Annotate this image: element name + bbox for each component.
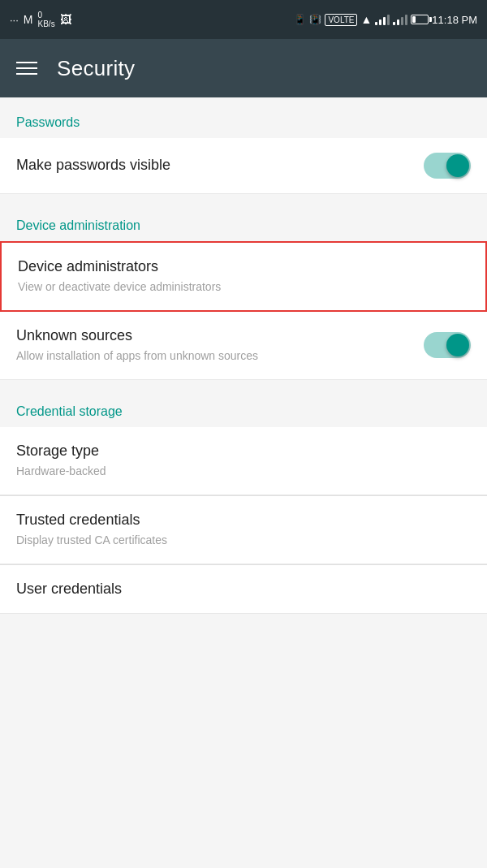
setting-title-user-credentials: User credentials	[16, 580, 458, 598]
setting-title-device-admin: Device administrators	[18, 257, 456, 276]
setting-device-administrators[interactable]: Device administrators View or deactivate…	[0, 241, 487, 312]
volte-badge: VOLTE	[325, 14, 357, 26]
setting-subtitle-device-admin: View or deactivate device administrators	[18, 279, 456, 296]
section-gap-2	[0, 380, 487, 386]
setting-title-trusted-credentials: Trusted credentials	[16, 511, 458, 529]
settings-content: Passwords Make passwords visible Device …	[0, 97, 487, 614]
data-speed: 0KB/s	[38, 11, 55, 28]
image-icon: 🖼	[60, 13, 71, 26]
setting-subtitle-unknown-sources: Allow installation of apps from unknown …	[16, 348, 411, 365]
toolbar: Security	[0, 39, 487, 97]
setting-title-storage-type: Storage type	[16, 442, 458, 460]
setting-subtitle-storage-type: Hardware-backed	[16, 464, 458, 480]
setting-trusted-credentials[interactable]: Trusted credentials Display trusted CA c…	[0, 496, 487, 564]
toggle-knob-passwords-visible	[446, 154, 469, 177]
gmail-icon: M	[24, 13, 33, 26]
signal-bars-2	[393, 14, 407, 25]
setting-text-passwords-visible: Make passwords visible	[16, 156, 424, 175]
hamburger-menu-button[interactable]	[16, 62, 37, 75]
setting-make-passwords-visible[interactable]: Make passwords visible	[0, 138, 487, 194]
status-bar-left: ··· M 0KB/s 🖼	[10, 11, 71, 28]
signal-bars-1	[375, 14, 390, 25]
page-title: Security	[57, 56, 135, 81]
section-gap-1	[0, 194, 487, 201]
wifi-icon: ▲	[360, 13, 372, 26]
setting-text-storage-type: Storage type Hardware-backed	[16, 442, 471, 480]
status-bar: ··· M 0KB/s 🖼 📱 📳 VOLTE ▲ 11:18 PM	[0, 0, 487, 39]
toggle-passwords-visible[interactable]	[424, 153, 471, 179]
section-header-passwords: Passwords	[0, 97, 487, 138]
setting-subtitle-trusted-credentials: Display trusted CA certificates	[16, 533, 458, 549]
section-header-credential-storage: Credential storage	[0, 386, 487, 427]
setting-text-device-admin: Device administrators View or deactivate…	[18, 257, 469, 296]
setting-text-unknown-sources: Unknown sources Allow installation of ap…	[16, 326, 424, 365]
setting-text-user-credentials: User credentials	[16, 580, 471, 598]
phone-icon: 📱	[294, 14, 306, 25]
setting-user-credentials[interactable]: User credentials	[0, 565, 487, 614]
setting-title-passwords-visible: Make passwords visible	[16, 156, 411, 175]
toggle-unknown-sources[interactable]	[424, 332, 471, 358]
notification-dots: ···	[10, 14, 19, 26]
setting-text-trusted-credentials: Trusted credentials Display trusted CA c…	[16, 511, 471, 549]
time-display: 11:18 PM	[432, 14, 477, 26]
setting-unknown-sources[interactable]: Unknown sources Allow installation of ap…	[0, 312, 487, 380]
status-bar-right: 📱 📳 VOLTE ▲ 11:18 PM	[294, 13, 477, 26]
section-header-device-admin: Device administration	[0, 201, 487, 241]
toggle-knob-unknown-sources	[446, 334, 469, 356]
setting-title-unknown-sources: Unknown sources	[16, 326, 411, 345]
setting-storage-type[interactable]: Storage type Hardware-backed	[0, 427, 487, 495]
vibrate-icon: 📳	[309, 14, 321, 25]
battery-icon	[411, 15, 429, 24]
